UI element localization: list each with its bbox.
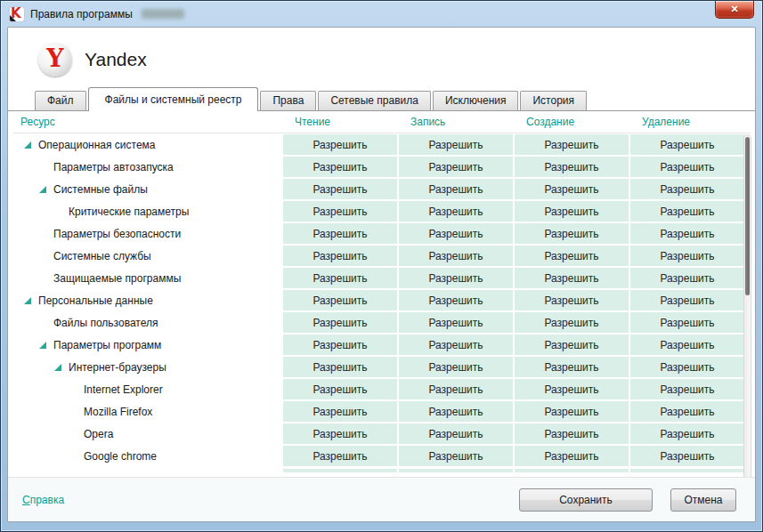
tab[interactable]: Файлы и системный реестр xyxy=(88,87,259,111)
permission-cell[interactable]: Разрешить xyxy=(399,223,513,244)
permission-cell[interactable]: Разрешить xyxy=(283,335,397,355)
permission-cell[interactable]: Разрешить xyxy=(630,157,744,177)
permission-cell[interactable]: Разрешить xyxy=(399,157,513,177)
table-row[interactable]: Параметры безопасности РазрешитьРазрешит… xyxy=(13,222,751,245)
permission-cell[interactable]: Разрешить xyxy=(630,223,744,244)
permission-cell[interactable]: Разрешить xyxy=(399,423,513,444)
tab[interactable]: Исключения xyxy=(433,91,519,110)
resource-cell[interactable]: Критические параметры xyxy=(13,206,283,218)
permission-cell[interactable]: Разрешить xyxy=(399,357,513,377)
permission-cell[interactable]: Разрешить xyxy=(399,246,513,266)
permission-cell[interactable]: Разрешить xyxy=(283,379,397,399)
resource-cell[interactable]: Параметры программ xyxy=(13,339,283,351)
permission-cell[interactable]: Разрешить xyxy=(283,423,397,444)
permission-cell[interactable]: Разрешить xyxy=(630,379,744,399)
table-row[interactable]: Internet Explorer РазрешитьРазрешитьРазр… xyxy=(13,378,751,400)
permission-cell[interactable]: Разрешить xyxy=(515,246,629,266)
tab[interactable]: Файл xyxy=(35,91,86,110)
table-row[interactable]: Параметры программ РазрешитьРазрешитьРаз… xyxy=(13,334,751,356)
resource-cell[interactable]: Системные службы xyxy=(13,250,283,262)
resource-cell[interactable]: Internet Explorer xyxy=(13,383,283,396)
permission-cell[interactable]: Разрешить xyxy=(630,179,744,199)
permission-cell[interactable]: Разрешить xyxy=(283,201,397,222)
table-row[interactable]: Opera РазрешитьРазрешитьРазрешитьРазреши… xyxy=(13,423,751,445)
permission-cell[interactable]: Разрешить xyxy=(399,446,513,466)
permission-cell[interactable]: Разрешить xyxy=(515,335,629,355)
resource-cell[interactable]: Защищаемые программы xyxy=(13,272,283,285)
permission-cell[interactable]: Разрешить xyxy=(630,268,744,288)
permission-cell[interactable]: Разрешить xyxy=(283,290,397,310)
permission-cell[interactable]: Разрешить xyxy=(399,290,513,310)
permission-cell[interactable]: Разрешить xyxy=(283,312,397,333)
resource-cell[interactable]: Opera xyxy=(13,428,283,440)
permission-cell[interactable]: Разрешить xyxy=(283,223,397,244)
resource-cell[interactable]: Файлы пользователя xyxy=(13,317,283,329)
permission-cell[interactable]: Разрешить xyxy=(399,201,513,222)
resource-cell[interactable]: Системные файлы xyxy=(13,183,283,196)
permission-cell[interactable]: Разрешить xyxy=(515,223,629,244)
permission-cell[interactable]: Разрешить xyxy=(630,290,744,310)
table-row[interactable]: Критические параметры РазрешитьРазрешить… xyxy=(13,200,751,222)
table-row[interactable]: Системные службы РазрешитьРазрешитьРазре… xyxy=(13,245,751,267)
permission-cell[interactable]: Разрешить xyxy=(515,312,629,333)
expander-icon[interactable] xyxy=(24,297,31,304)
resource-cell[interactable]: Операционная система xyxy=(13,139,283,151)
table-row[interactable]: Системные файлы РазрешитьРазрешитьРазреш… xyxy=(13,178,751,200)
permission-cell[interactable]: Разрешить xyxy=(515,379,629,399)
tab[interactable]: Сетевые правила xyxy=(318,91,431,110)
permission-cell[interactable]: Разрешить xyxy=(399,335,513,355)
permission-cell[interactable]: Разрешить xyxy=(515,179,629,199)
permission-cell[interactable]: Разрешить xyxy=(283,357,397,377)
permission-cell[interactable]: Разрешить xyxy=(630,446,744,466)
permission-cell[interactable]: Разрешить xyxy=(399,268,513,288)
permission-cell[interactable]: Разрешить xyxy=(515,157,629,177)
table-row[interactable]: Файлы пользователя РазрешитьРазрешитьРаз… xyxy=(13,311,751,334)
table-row[interactable]: Mozilla Firefox РазрешитьРазрешитьРазреш… xyxy=(13,400,751,423)
vertical-scrollbar[interactable] xyxy=(743,134,751,481)
table-row[interactable]: Защищаемые программы РазрешитьРазрешитьР… xyxy=(13,267,751,289)
help-link[interactable]: Справка xyxy=(22,494,64,506)
expander-icon[interactable] xyxy=(39,186,46,193)
permission-cell[interactable]: Разрешить xyxy=(630,401,744,422)
resource-cell[interactable]: Персональные данные xyxy=(13,294,283,307)
resource-cell[interactable]: Google chrome xyxy=(13,450,283,463)
table-row[interactable]: Параметры автозапуска РазрешитьРазрешить… xyxy=(13,156,751,178)
title-bar[interactable]: K Правила программы ✕ xyxy=(1,1,762,27)
expander-icon[interactable] xyxy=(24,141,31,149)
permission-cell[interactable]: Разрешить xyxy=(630,335,744,355)
resource-cell[interactable]: Параметры автозапуска xyxy=(13,161,283,173)
close-icon[interactable]: ✕ xyxy=(715,1,754,19)
permission-cell[interactable]: Разрешить xyxy=(515,201,629,222)
cancel-button[interactable]: Отмена xyxy=(670,488,736,512)
table-row[interactable]: Интернет-браузеры РазрешитьРазрешитьРазр… xyxy=(13,356,751,378)
permission-cell[interactable]: Разрешить xyxy=(399,401,513,422)
save-button[interactable]: Сохранить xyxy=(519,488,653,512)
permission-cell[interactable]: Разрешить xyxy=(515,423,629,444)
permission-cell[interactable]: Разрешить xyxy=(515,134,629,155)
table-row[interactable]: Google chrome РазрешитьРазрешитьРазрешит… xyxy=(13,445,751,467)
permission-cell[interactable]: Разрешить xyxy=(630,312,744,333)
permission-cell[interactable]: Разрешить xyxy=(399,379,513,399)
permission-cell[interactable]: Разрешить xyxy=(515,401,629,422)
permission-cell[interactable]: Разрешить xyxy=(283,179,397,199)
permission-cell[interactable]: Разрешить xyxy=(283,268,397,288)
table-row[interactable]: Персональные данные РазрешитьРазрешитьРа… xyxy=(13,289,751,311)
permission-cell[interactable]: Разрешить xyxy=(283,134,397,155)
permission-cell[interactable]: Разрешить xyxy=(399,312,513,333)
permission-cell[interactable]: Разрешить xyxy=(515,357,629,377)
permission-cell[interactable]: Разрешить xyxy=(283,246,397,266)
scrollbar-thumb[interactable] xyxy=(745,137,750,295)
permission-cell[interactable]: Разрешить xyxy=(630,423,744,444)
permission-cell[interactable]: Разрешить xyxy=(630,201,744,222)
permission-cell[interactable]: Разрешить xyxy=(515,290,629,310)
tab[interactable]: История xyxy=(520,91,587,110)
permission-cell[interactable]: Разрешить xyxy=(399,179,513,199)
permission-cell[interactable]: Разрешить xyxy=(515,268,629,288)
permission-cell[interactable]: Разрешить xyxy=(630,134,744,155)
permission-cell[interactable]: Разрешить xyxy=(283,157,397,177)
expander-icon[interactable] xyxy=(39,342,46,349)
permission-cell[interactable]: Разрешить xyxy=(515,446,629,466)
tab[interactable]: Права xyxy=(260,91,316,110)
table-row[interactable]: Операционная система РазрешитьРазрешитьР… xyxy=(13,133,751,156)
resource-cell[interactable]: Параметры безопасности xyxy=(13,228,283,240)
